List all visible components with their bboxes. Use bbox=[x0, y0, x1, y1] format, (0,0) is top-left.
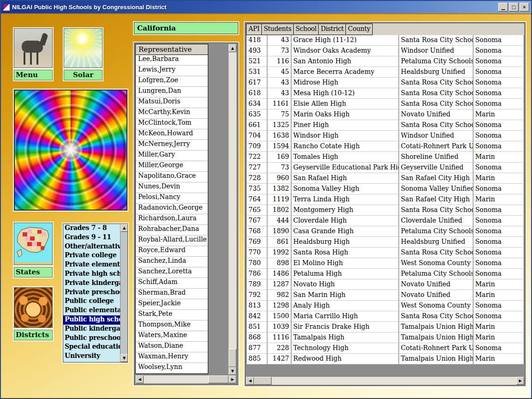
representative-list-item[interactable]: Waters,Maxine bbox=[136, 331, 208, 342]
representative-list-item[interactable]: Lungren,Dan bbox=[136, 87, 208, 97]
school-type-item[interactable]: Private high school bbox=[63, 270, 120, 279]
representative-list-item[interactable]: Napolitano,Grace bbox=[136, 172, 208, 182]
table-row[interactable]: 792 982 San Marin High Novato Unified Ma… bbox=[246, 290, 524, 301]
representative-list-item[interactable]: Sanchez,Linda bbox=[136, 257, 208, 267]
table-row[interactable]: 769 861 Healdsburg High Healdsburg Unifi… bbox=[246, 237, 524, 248]
school-type-item[interactable]: Other/alternative h bbox=[63, 242, 120, 252]
table-row[interactable]: 709 1594 Rancho Cotate High Cotati-Rohne… bbox=[246, 141, 524, 152]
table-row[interactable]: 813 1298 Analy High West Sonoma County U… bbox=[246, 301, 524, 311]
table-row[interactable]: 521 116 San Antonio High Petaluma City S… bbox=[246, 56, 524, 67]
representative-list-item[interactable]: Nunes,Devin bbox=[136, 182, 208, 193]
scrollbar-thumb[interactable] bbox=[208, 375, 229, 383]
representative-list-item[interactable]: Stark,Pete bbox=[136, 310, 208, 320]
representative-list-item[interactable]: McNerney,Jerry bbox=[136, 140, 208, 151]
scroll-down-icon[interactable]: ▼ bbox=[229, 367, 236, 375]
representative-list-item[interactable]: Sherman,Brad bbox=[136, 289, 208, 299]
scrollbar-thumb[interactable] bbox=[254, 377, 272, 385]
scrollbar-track[interactable] bbox=[254, 377, 516, 385]
table-row[interactable]: 765 1802 Montgomery High Santa Rosa City… bbox=[246, 205, 524, 216]
table-row[interactable]: 735 1382 Sonoma Valley High Sonoma Valle… bbox=[246, 184, 524, 194]
table-row[interactable]: 635 75 Marin Oaks High Novato Unified Ma… bbox=[246, 109, 524, 120]
table-row[interactable]: 618 43 Mesa High (10-12) Santa Rosa City… bbox=[246, 88, 524, 99]
states-button[interactable]: States bbox=[14, 223, 53, 278]
scroll-left-icon[interactable]: ◀ bbox=[136, 375, 144, 383]
school-type-item[interactable]: Public high school bbox=[63, 315, 120, 325]
table-row[interactable]: 493 73 Windsor Oaks Academy Windsor Unif… bbox=[246, 46, 524, 56]
representative-list-item[interactable]: Watson,Diane bbox=[136, 342, 208, 352]
school-type-item[interactable]: Private elementary bbox=[63, 260, 120, 270]
title-bar[interactable]: NILGAI Public High Schools by Congressio… bbox=[1, 1, 531, 13]
table-row[interactable]: 770 1992 Santa Rosa High Santa Rosa City… bbox=[246, 248, 524, 258]
school-type-item[interactable]: University bbox=[63, 352, 120, 361]
representative-list-item[interactable]: McCarthy,Kevin bbox=[136, 108, 208, 119]
school-type-item[interactable]: Special education bbox=[63, 343, 120, 352]
representative-list-item[interactable]: Thompson,Mike bbox=[136, 320, 208, 331]
representative-list-item[interactable]: Miller,Gary bbox=[136, 151, 208, 161]
scrollbar-track[interactable] bbox=[144, 375, 229, 383]
column-header[interactable]: API bbox=[246, 24, 261, 35]
maximize-button[interactable]: □ bbox=[509, 3, 519, 12]
menu-button[interactable]: Menu bbox=[14, 28, 53, 80]
table-row[interactable]: 868 1116 Tamalpais High Tamalpais Union … bbox=[246, 332, 524, 343]
representative-list-item[interactable]: Richardson,Laura bbox=[136, 214, 208, 225]
scroll-up-icon[interactable]: ▲ bbox=[229, 44, 236, 52]
table-row[interactable]: 780 898 El Molino High West Sonoma Count… bbox=[246, 258, 524, 269]
scroll-down-icon[interactable]: ▼ bbox=[121, 354, 128, 362]
school-type-item[interactable]: Public kindergarten bbox=[63, 325, 120, 334]
table-row[interactable]: 842 1500 Maria Carrillo High Santa Rosa … bbox=[246, 311, 524, 322]
representative-list-item[interactable]: Rohrabacher,Dana bbox=[136, 225, 208, 236]
representative-list-item[interactable]: Radanovich,George bbox=[136, 204, 208, 214]
column-header[interactable]: Students bbox=[261, 24, 293, 35]
close-button[interactable]: ✕ bbox=[520, 3, 529, 12]
table-row[interactable]: 767 444 Cloverdale High Cloverdale Unifi… bbox=[246, 216, 524, 226]
representative-list-item[interactable]: Waxman,Henry bbox=[136, 352, 208, 363]
school-type-item[interactable]: Public college bbox=[63, 297, 120, 306]
table-row[interactable]: 728 960 San Rafael High San Rafael City … bbox=[246, 173, 524, 184]
school-type-scrollbar[interactable]: ▲ ▼ bbox=[120, 224, 127, 362]
scroll-left-icon[interactable]: ◀ bbox=[246, 377, 254, 385]
table-row[interactable]: 877 228 Technology High Cotati-Rohnert P… bbox=[246, 343, 524, 354]
representative-list-item[interactable]: Roybal-Allard,Lucille bbox=[136, 236, 208, 246]
school-type-item[interactable]: Grades 9 - 11 bbox=[63, 233, 120, 242]
representative-horizontal-scrollbar[interactable]: ◀ ▶ bbox=[136, 375, 236, 383]
table-row[interactable]: 764 1119 Terra Linda High San Rafael Cit… bbox=[246, 194, 524, 205]
representative-list-item[interactable]: Sanchez,Loretta bbox=[136, 267, 208, 278]
scroll-right-icon[interactable]: ▶ bbox=[516, 377, 524, 385]
column-header[interactable]: District bbox=[318, 24, 345, 35]
representative-list-item[interactable]: McClintock,Tom bbox=[136, 119, 208, 129]
school-type-item[interactable]: Public preschool bbox=[63, 334, 120, 343]
representative-list-item[interactable]: Woolsey,Lynn bbox=[136, 363, 208, 374]
representative-list-item[interactable]: Lee,Barbara bbox=[136, 55, 208, 66]
representative-list-item[interactable]: Speier,Jackie bbox=[136, 299, 208, 310]
column-header[interactable]: School bbox=[293, 24, 318, 35]
school-type-item[interactable]: Private preschool bbox=[63, 288, 120, 297]
representative-list-item[interactable]: Schiff,Adam bbox=[136, 278, 208, 289]
schools-horizontal-scrollbar[interactable]: ◀ ▶ bbox=[246, 377, 524, 385]
representative-column-header[interactable]: Representative bbox=[135, 44, 208, 55]
minimize-button[interactable]: ▁ bbox=[498, 3, 508, 12]
scrollbar-track[interactable] bbox=[121, 232, 127, 354]
table-row[interactable]: 727 73 Geyserville Educational Park High… bbox=[246, 163, 524, 173]
school-type-item[interactable]: Private college bbox=[63, 251, 120, 260]
representative-list-item[interactable]: Lewis,Jerry bbox=[136, 66, 208, 76]
table-row[interactable]: 768 1890 Casa Grande High Petaluma City … bbox=[246, 226, 524, 237]
table-row[interactable]: 885 1427 Redwood High Tamalpais Union Hi… bbox=[246, 354, 524, 364]
representative-list-item[interactable]: Pelosi,Nancy bbox=[136, 193, 208, 204]
districts-button[interactable]: Districts bbox=[14, 287, 53, 340]
table-row[interactable]: 661 1325 Piner High Santa Rosa City Scho… bbox=[246, 120, 524, 131]
scroll-right-icon[interactable]: ▶ bbox=[229, 375, 236, 383]
table-row[interactable]: 634 1161 Elsie Allen High Santa Rosa Cit… bbox=[246, 99, 524, 109]
scrollbar-thumb[interactable] bbox=[229, 349, 236, 367]
school-type-item[interactable]: Public elementary bbox=[63, 306, 120, 315]
table-row[interactable]: 786 1486 Petaluma High Petaluma City Sch… bbox=[246, 269, 524, 279]
school-type-item[interactable]: Grades 7 - 8 bbox=[63, 224, 120, 233]
table-row[interactable]: 531 45 Marce Becerra Academy Healdsburg … bbox=[246, 67, 524, 78]
solar-button[interactable]: Solar bbox=[64, 28, 103, 80]
table-row[interactable]: 722 169 Tomales High Shoreline Unified M… bbox=[246, 152, 524, 163]
representative-list-item[interactable]: Miller,George bbox=[136, 161, 208, 172]
representative-vertical-scrollbar[interactable]: ▲ ▼ bbox=[229, 44, 236, 375]
table-row[interactable]: 418 43 Grace High (11-12) Santa Rosa Cit… bbox=[246, 35, 524, 46]
table-row[interactable]: 789 1287 Novato High Novato Unified Mari… bbox=[246, 279, 524, 290]
representative-list-item[interactable]: Royce,Edward bbox=[136, 246, 208, 257]
scroll-up-icon[interactable]: ▲ bbox=[121, 224, 128, 232]
